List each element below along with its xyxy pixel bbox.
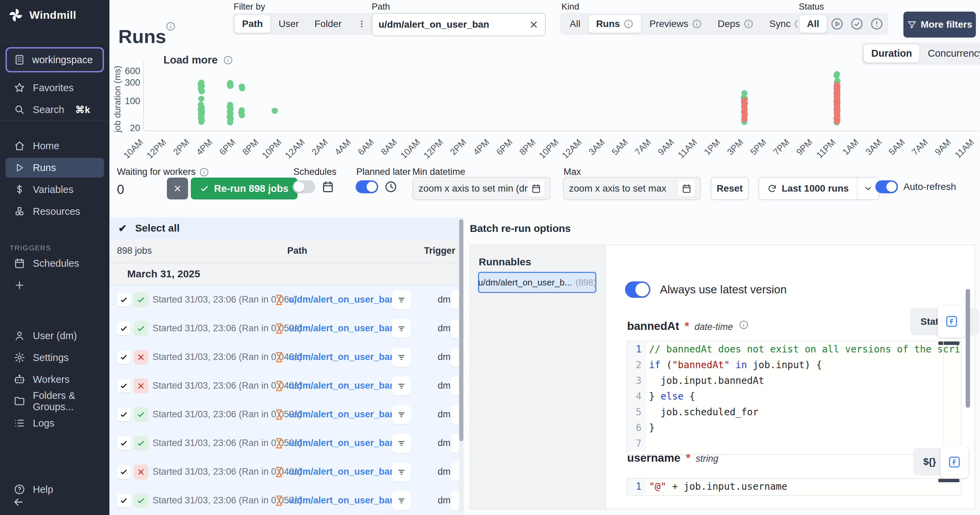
runnable-item[interactable]: u/dm/alert_on_user_b... (898) bbox=[478, 272, 597, 293]
select-all-bar[interactable]: ✔ Select all bbox=[110, 217, 459, 239]
run-path-link[interactable]: u/dm/alert_on_user_ban bbox=[289, 380, 395, 391]
sidebar-item-label: Runs bbox=[33, 162, 56, 173]
x-tick: 6AM bbox=[356, 137, 376, 157]
kind-filter-button[interactable] bbox=[392, 348, 411, 367]
status-success-badge bbox=[134, 292, 148, 307]
filter-lines-icon bbox=[396, 323, 407, 334]
row-checkbox[interactable] bbox=[117, 436, 130, 450]
table-row[interactable]: Started 31/03, 23:06 (Ran in 0.059s)u/dm… bbox=[110, 314, 459, 343]
filter-tab-path[interactable]: Path bbox=[235, 15, 270, 33]
run-path-link[interactable]: u/dm/alert_on_user_ban bbox=[289, 352, 395, 362]
bannedat-info-icon[interactable] bbox=[738, 320, 749, 330]
sidebar-item-favorites[interactable]: Favorites bbox=[5, 78, 104, 98]
bannedat-code-editor[interactable]: 1// bannedAt does not exist on all versi… bbox=[627, 341, 961, 455]
sidebar-item-search[interactable]: Search ⌘k bbox=[5, 100, 104, 119]
latest-version-toggle[interactable] bbox=[625, 281, 651, 298]
run-path-link[interactable]: u/dm/alert_on_user_ban bbox=[289, 323, 395, 334]
sidebar-item-workers[interactable]: Workers bbox=[5, 369, 104, 389]
reset-button[interactable]: Reset bbox=[711, 177, 749, 200]
planned-later-toggle[interactable] bbox=[356, 180, 378, 193]
path-filter-input[interactable]: u/dm/alert_on_user_ban bbox=[372, 13, 546, 36]
collapse-sidebar-button[interactable] bbox=[12, 496, 25, 508]
table-row[interactable]: Started 31/03, 23:06 (Ran in 0.059s)u/dm… bbox=[110, 429, 459, 458]
sidebar-item-home[interactable]: Home bbox=[5, 136, 104, 156]
x-tick: 1AM bbox=[840, 137, 861, 157]
filter-lines-icon bbox=[396, 496, 407, 506]
row-checkbox[interactable] bbox=[117, 494, 130, 507]
run-trigger: dm bbox=[438, 352, 451, 362]
sidebar-item-runs[interactable]: Runs bbox=[5, 158, 104, 177]
row-checkbox[interactable] bbox=[117, 293, 130, 307]
row-checkbox[interactable] bbox=[117, 350, 130, 364]
runnables-column: Runnables u/dm/alert_on_user_b... (898) bbox=[471, 245, 606, 509]
run-path-link[interactable]: u/dm/alert_on_user_ban bbox=[289, 409, 395, 420]
max-datetime-input[interactable]: zoom x axis to set max bbox=[563, 177, 701, 200]
cancel-selection-button[interactable] bbox=[167, 177, 188, 200]
row-checkbox[interactable] bbox=[117, 379, 130, 393]
filter-more-kebab-icon[interactable] bbox=[350, 16, 374, 32]
runs-info-icon[interactable] bbox=[165, 20, 176, 30]
kind-filter-button[interactable] bbox=[392, 319, 411, 338]
table-row[interactable]: Started 31/03, 23:06 (Ran in 0.048s)u/dm… bbox=[110, 343, 459, 372]
code-line: 2if ("bannedAt" in job.input) { bbox=[627, 357, 961, 373]
kind-filter-button[interactable] bbox=[392, 434, 411, 453]
sidebar-item-settings[interactable]: Settings bbox=[5, 348, 104, 368]
sidebar-item-add[interactable] bbox=[5, 275, 104, 295]
editor2-hscrollbar[interactable] bbox=[938, 479, 959, 482]
min-datetime-input[interactable]: zoom x axis to set min (dr bbox=[412, 177, 550, 200]
clear-path-icon[interactable] bbox=[529, 19, 539, 30]
status-all-tab[interactable]: All bbox=[799, 15, 827, 33]
status-success-icon[interactable] bbox=[850, 17, 864, 31]
table-row[interactable]: Started 31/03, 23:06 (Ran in 0.059s)u/dm… bbox=[110, 400, 459, 429]
table-row[interactable]: Started 31/03, 23:06 (Ran in 0.057s)u/dm… bbox=[110, 486, 459, 515]
kind-tab-previews[interactable]: Previews bbox=[642, 15, 710, 33]
sidebar-item-resources[interactable]: Resources bbox=[5, 201, 104, 221]
last-runs-button[interactable]: Last 1000 runs bbox=[759, 177, 880, 200]
table-row[interactable]: Started 31/03, 23:06 (Ran in 0.046s)u/dm… bbox=[110, 372, 459, 400]
select-all-check-icon[interactable]: ✔ bbox=[118, 222, 127, 234]
sidebar-item-logs[interactable]: Logs bbox=[5, 413, 104, 433]
row-checkbox[interactable] bbox=[117, 322, 130, 335]
max-calendar-button[interactable] bbox=[678, 180, 695, 197]
editor1-hscrollbar[interactable] bbox=[938, 342, 959, 345]
sidebar-item-schedules[interactable]: Schedules bbox=[5, 254, 104, 273]
line-number: 4 bbox=[627, 389, 646, 404]
table-scrollbar-thumb[interactable] bbox=[459, 219, 463, 441]
kind-filter-button[interactable] bbox=[392, 376, 411, 396]
username-javascript-mode-button[interactable] bbox=[940, 446, 968, 478]
schedules-toggle[interactable] bbox=[293, 180, 315, 193]
rerun-jobs-button[interactable]: Re-run 898 jobs bbox=[191, 177, 298, 200]
kind-filter-button[interactable] bbox=[392, 290, 411, 309]
duration-scatter-chart[interactable]: job duration (ms)2010030060010AM12PM2PM4… bbox=[113, 48, 980, 166]
kind-filter-button[interactable] bbox=[392, 463, 411, 482]
kind-filter-button[interactable] bbox=[392, 491, 411, 510]
run-path-link[interactable]: u/dm/alert_on_user_ban bbox=[289, 438, 395, 448]
filter-tab-folder[interactable]: Folder bbox=[307, 15, 349, 33]
sidebar-item-folders-groups-[interactable]: Folders & Groups... bbox=[5, 391, 104, 411]
sidebar-item-user-dm-[interactable]: User (dm) bbox=[5, 326, 104, 345]
sidebar-item-variables[interactable]: Variables bbox=[5, 180, 104, 200]
more-filters-button[interactable]: More filters bbox=[904, 12, 976, 38]
username-code-editor[interactable]: 1"@" + job.input.username bbox=[627, 478, 961, 496]
table-row[interactable]: Started 31/03, 23:06 (Ran in 0.046s)u/dm… bbox=[110, 458, 459, 486]
waiting-info-icon[interactable] bbox=[199, 167, 209, 177]
status-running-icon[interactable] bbox=[830, 17, 844, 31]
panel-scrollbar-thumb[interactable] bbox=[966, 289, 970, 408]
row-checkbox[interactable] bbox=[117, 465, 130, 479]
bannedat-javascript-mode-button[interactable] bbox=[938, 305, 966, 338]
filter-tab-user[interactable]: User bbox=[271, 15, 306, 33]
run-path-link[interactable]: u/dm/alert_on_user_ban bbox=[289, 495, 395, 506]
run-path-link[interactable]: u/dm/alert_on_user_ban bbox=[289, 466, 395, 477]
kind-tab-all[interactable]: All bbox=[562, 15, 588, 33]
auto-refresh-toggle[interactable] bbox=[875, 180, 898, 193]
min-calendar-button[interactable] bbox=[528, 180, 544, 197]
kind-tab-runs[interactable]: Runs bbox=[589, 15, 641, 33]
status-failure-icon[interactable] bbox=[870, 17, 884, 31]
kind-filter-button[interactable] bbox=[392, 405, 411, 424]
table-scrollbar[interactable] bbox=[459, 217, 464, 515]
run-path-link[interactable]: u/dm/alert_on_user_ban bbox=[289, 295, 395, 305]
row-checkbox[interactable] bbox=[117, 408, 130, 422]
kind-tab-deps[interactable]: Deps bbox=[710, 15, 761, 33]
table-row[interactable]: Started 31/03, 23:06 (Ran in 0.06s)u/dm/… bbox=[110, 285, 459, 314]
workspace-selector[interactable]: workingspace bbox=[5, 47, 104, 72]
